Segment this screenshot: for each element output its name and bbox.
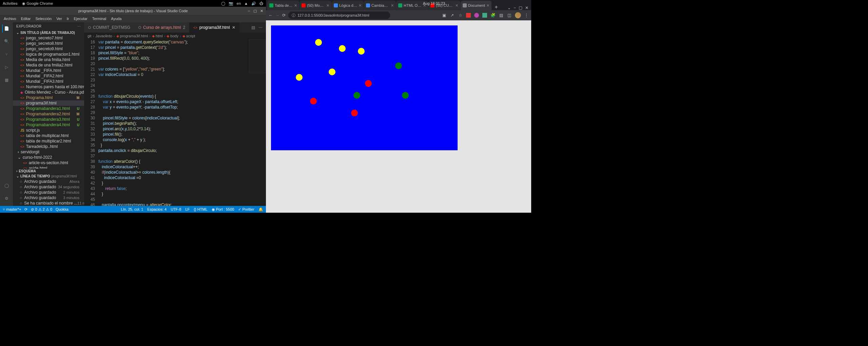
cursor-position[interactable]: Lín. 25, col. 1 (121, 207, 143, 211)
explorer-icon[interactable]: 📄 (2, 24, 10, 33)
editor-tab[interactable]: <>programa3if.html✕ (189, 22, 239, 33)
chevron-down-icon[interactable]: ⌄ (507, 5, 511, 10)
chevron-right-icon[interactable]: › (16, 169, 17, 173)
browser-tab[interactable]: Lógica de pr✕ (332, 1, 364, 10)
profile-avatar[interactable] (515, 12, 521, 18)
new-tab-icon[interactable]: + (492, 4, 500, 10)
browser-tab[interactable]: Tabla de Cole✕ (267, 1, 299, 10)
breadcrumb-item[interactable]: ◈ body (167, 34, 178, 38)
close-tab-icon[interactable]: ✕ (423, 3, 426, 8)
menu-editar[interactable]: Editar (19, 16, 33, 21)
breadcrumb-item[interactable]: ◈ script (182, 34, 195, 38)
network-icon[interactable]: ▲ (244, 1, 248, 5)
more-actions-icon[interactable]: ⋯ (258, 25, 263, 30)
close-tab-icon[interactable]: ✕ (455, 3, 458, 8)
close-tab-icon[interactable]: ✕ (391, 3, 394, 8)
volume-icon[interactable]: 🔊 (251, 1, 256, 6)
menu-terminal[interactable]: Terminal (91, 16, 108, 21)
menu-ayuda[interactable]: Ayuda (109, 16, 123, 21)
prettier-status[interactable]: ✓ Prettier (238, 207, 254, 212)
account-icon[interactable]: ◯ (2, 181, 11, 190)
close-tab-icon[interactable]: ✕ (486, 3, 489, 8)
encoding[interactable]: UTF-8 (171, 207, 181, 211)
source-control-icon[interactable]: ⑂ (2, 50, 11, 58)
timeline-item[interactable]: ○Archivo guardado3 minutos (13, 195, 84, 200)
eol[interactable]: LF (185, 207, 190, 211)
timeline-item[interactable]: ○Archivo guardado2 minutos (13, 190, 84, 195)
chevron-down-icon[interactable]: ⌄ (16, 31, 19, 35)
file-item[interactable]: <>Tareadelclip..html (13, 144, 84, 149)
indentation[interactable]: Espacios: 4 (147, 207, 167, 211)
file-item[interactable]: <>Mundial _FIFA3.html (13, 79, 84, 84)
code-content[interactable]: var pantalla = document.querySelector("c… (98, 39, 266, 206)
close-icon[interactable]: ✕ (260, 9, 263, 13)
back-icon[interactable]: ← (269, 13, 273, 18)
file-item[interactable]: <>Programabandera1.htmlU (13, 106, 84, 111)
maximize-icon[interactable]: ▢ (519, 5, 522, 10)
browser-tab[interactable]: Cambiando✕ (364, 1, 396, 10)
editor-tab[interactable]: COMMIT_EDITMSG (84, 22, 134, 33)
file-item[interactable]: <>tabla de multiplicar2.html (13, 138, 84, 144)
close-tab-icon[interactable]: ✕ (232, 25, 235, 30)
more-icon[interactable]: ⋯ (77, 24, 81, 28)
git-sync-icon[interactable]: ⟳ (24, 207, 27, 212)
extensions-icon[interactable]: ▦ (2, 76, 11, 84)
chevron-down-icon[interactable]: ⌄ (16, 174, 19, 178)
file-item[interactable]: <>Numeros pares hasta el 100.html (13, 84, 84, 90)
menu-selección[interactable]: Selección (34, 16, 53, 21)
file-item[interactable]: ◆Olinto Mendez - Curso - Alura.pdf (13, 90, 84, 95)
menu-ejecutar[interactable]: Ejecutar (72, 16, 89, 21)
breadcrumb[interactable]: git›Javaolinto›◈ programa3if.html›◈ html… (84, 33, 266, 39)
file-item[interactable]: <>programa3if.html (13, 100, 84, 106)
file-item[interactable]: <>tabla de multiplicar.html (13, 133, 84, 138)
bookmark-icon[interactable]: ☆ (458, 13, 463, 18)
debug-icon[interactable]: ▷ (2, 63, 11, 71)
quokka-status[interactable]: Quokka (56, 207, 69, 211)
timeline-item[interactable]: ○Se ha cambiado el nombre ...11 minutos (13, 200, 84, 206)
file-item[interactable]: <>Media de una fmilia.html (13, 57, 84, 62)
breadcrumb-item[interactable]: git (88, 34, 92, 38)
app-name[interactable]: Google Chrome (26, 1, 53, 5)
close-tab-icon[interactable]: ✕ (359, 3, 362, 8)
share-icon[interactable]: ↗ (450, 13, 455, 18)
editor-tab[interactable]: Curso de arrays.html 2 (134, 22, 189, 33)
search-icon[interactable]: 🔍 (2, 37, 11, 45)
file-item[interactable]: <>logica de programacion1.html (13, 52, 84, 57)
timeline-item[interactable]: ○Archivo guardadoAhora (13, 179, 84, 184)
cast-icon[interactable]: ▣ (442, 13, 446, 18)
file-item[interactable]: <>Media de una fmilia2.html (13, 62, 84, 68)
side-panel-icon[interactable]: ◫ (507, 13, 512, 18)
menu-ir[interactable]: Ir (65, 16, 71, 21)
ext1-icon[interactable] (466, 13, 471, 18)
timeline-item[interactable]: ○Archivo guardado34 segundos (13, 184, 84, 190)
system-time[interactable]: Aug 18 01:23 (423, 1, 445, 5)
file-item[interactable]: <>article-vs-section.html (13, 160, 84, 166)
minimap[interactable] (249, 39, 266, 73)
file-item[interactable]: <>aside.html (13, 166, 84, 169)
minimize-icon[interactable]: − (248, 9, 250, 13)
git-branch[interactable]: ⑂ master*+ (3, 207, 21, 211)
browser-tab[interactable]: Document✕ (461, 1, 491, 10)
breadcrumb-item[interactable]: ◈ programa3if.html (116, 34, 148, 38)
language-indicator[interactable]: en (237, 1, 241, 5)
breadcrumb-item[interactable]: Javaolinto (95, 34, 112, 38)
ext3-icon[interactable] (482, 13, 487, 18)
close-tab-icon[interactable]: ✕ (294, 3, 297, 8)
ext2-icon[interactable] (474, 13, 479, 18)
file-item[interactable]: <>Mundial _FIFA2.html (13, 73, 84, 79)
file-item[interactable]: <>Programabandera4.htmlU (13, 122, 84, 128)
live-server-port[interactable]: ◉ Port : 5500 (212, 207, 234, 212)
file-item[interactable]: <>Programabandera2.htmlM (13, 111, 84, 117)
code-area[interactable]: 1617181920212223242526272829303132333435… (84, 39, 266, 206)
folder-item[interactable]: ⌄ curso-html-2022 (13, 155, 84, 160)
reading-list-icon[interactable]: ▤ (499, 13, 503, 18)
address-bar[interactable]: ⓘ 127.0.0.1:5500/Javaolinto/programa3if.… (288, 12, 390, 19)
file-item[interactable]: <>Mundial _FIFA.html (13, 68, 84, 73)
notification-icon[interactable]: 🔔 (258, 207, 263, 212)
split-editor-icon[interactable]: ▤ (251, 25, 255, 30)
file-item[interactable]: <>juego_secreto8.html (13, 41, 84, 46)
camera-icon[interactable]: 📷 (229, 1, 233, 6)
errors-warnings[interactable]: ⊘ 0 ⚠ 2 ⚠ 0 (31, 207, 52, 212)
discord-icon[interactable]: ◯ (221, 1, 225, 6)
close-tab-icon[interactable]: ✕ (326, 3, 329, 8)
